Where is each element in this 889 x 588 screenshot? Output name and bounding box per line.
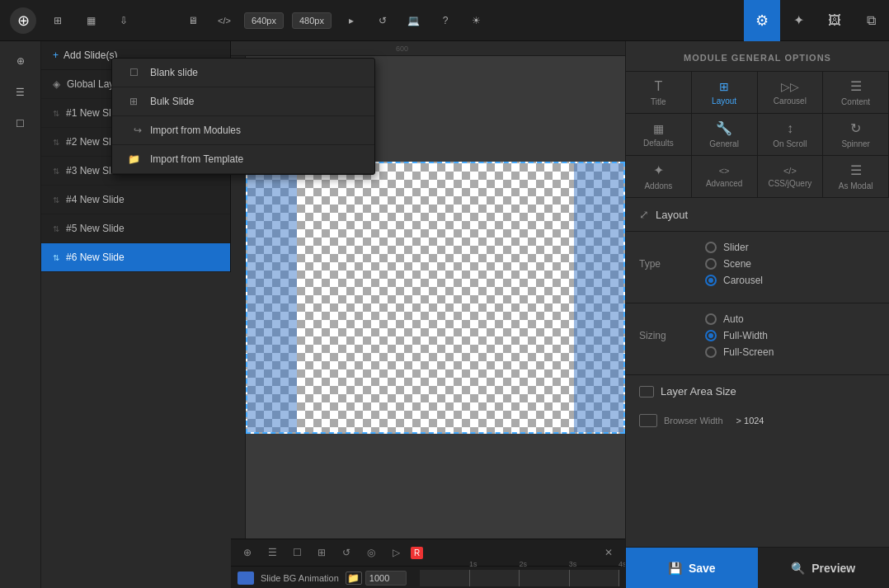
- slide-drag-icon-active: ⇅: [53, 253, 59, 262]
- spinner-icon: ↻: [850, 120, 861, 136]
- sizing-fullscreen-label: Full-Screen: [723, 346, 774, 358]
- tab-carousel-label: Carousel: [774, 96, 807, 106]
- import-template-option[interactable]: 📁 Import from Template: [112, 145, 374, 174]
- tab-addons[interactable]: ✦ Addons: [626, 156, 692, 197]
- desktop-icon[interactable]: 🖥: [181, 9, 205, 32]
- track-duration-input[interactable]: [365, 571, 407, 586]
- media-tab[interactable]: 🖼: [816, 0, 853, 41]
- sizing-auto-label: Auto: [723, 313, 744, 325]
- tab-on-scroll-label: On Scroll: [773, 139, 807, 148]
- layout-section-header[interactable]: ⤢ Layout: [626, 198, 889, 232]
- timeline-folder-icon[interactable]: ☐: [287, 543, 307, 562]
- timeline-refresh-icon[interactable]: ↺: [336, 543, 356, 562]
- bulk-slide-option[interactable]: ⊞ Bulk Slide: [112, 87, 374, 116]
- tab-carousel[interactable]: ▷▷ Carousel: [758, 72, 824, 113]
- bulk-slide-label: Bulk Slide: [150, 96, 194, 107]
- sizing-fullwidth-dot: [708, 333, 713, 338]
- slide-label-5: #5 New Slide: [66, 223, 125, 234]
- slide-item-6[interactable]: ⇅ #6 New Slide: [41, 243, 230, 272]
- timeline: ⊕ ☰ ☐ ⊞ ↺ ◎ ▷ R ✕ Slide BG Animation 📁: [231, 539, 625, 588]
- tab-on-scroll[interactable]: ↕ On Scroll: [758, 114, 824, 155]
- layout-expand-icon: ⤢: [639, 208, 649, 221]
- preview-button[interactable]: 🔍 Preview: [758, 548, 890, 588]
- width-pill[interactable]: 640px: [244, 12, 284, 29]
- type-slider-option[interactable]: Slider: [705, 242, 763, 253]
- arrow-icon[interactable]: ▸: [340, 9, 363, 32]
- list-icon[interactable]: ☰: [7, 79, 34, 106]
- preview-label: Preview: [811, 562, 855, 575]
- type-carousel-dot: [708, 278, 713, 283]
- module-options-title: MODULE GENERAL OPTIONS: [684, 53, 831, 63]
- sizing-auto-option[interactable]: Auto: [705, 313, 774, 325]
- slide-list-container: + Add Slide(s) ◈ Global Layers ⇅ #1 New …: [41, 41, 231, 588]
- timeline-list-icon[interactable]: ☰: [262, 543, 282, 562]
- slides-icon[interactable]: ▦: [79, 9, 102, 32]
- browser-width-row: Browser Width > 1024: [639, 414, 876, 427]
- layer-area-icon: [639, 386, 654, 397]
- tab-advanced-label: Advanced: [706, 179, 742, 188]
- canvas-blue-right: [574, 163, 623, 432]
- advanced-icon: <>: [719, 166, 730, 176]
- theme-icon[interactable]: ☀: [465, 9, 488, 32]
- tab-layout[interactable]: ⊞ Layout: [692, 72, 758, 113]
- type-carousel-radio: [705, 275, 717, 286]
- slide-item-5[interactable]: ⇅ #5 New Slide: [41, 214, 230, 243]
- undo-icon[interactable]: ↺: [371, 9, 394, 32]
- toolbar-center: 🖥 </> 640px 480px ▸ ↺ 💻 ? ☀: [173, 9, 744, 32]
- layers-icon[interactable]: ⊕: [7, 48, 34, 74]
- tab-asmodal[interactable]: ☰ As Modal: [823, 156, 889, 197]
- tab-defaults[interactable]: ▦ Defaults: [626, 114, 692, 155]
- layers-tab[interactable]: ⧉: [853, 0, 889, 41]
- sizing-fullscreen-radio: [705, 346, 717, 358]
- folder-icon[interactable]: ☐: [7, 111, 34, 137]
- import-template-icon: 📁: [125, 153, 142, 165]
- timeline-grid-icon[interactable]: ⊞: [312, 543, 332, 562]
- users-tab[interactable]: ✦: [780, 0, 816, 41]
- timeline-close-button[interactable]: ✕: [599, 543, 619, 562]
- timeline-circle-icon[interactable]: ◎: [361, 543, 381, 562]
- device-icon[interactable]: 💻: [402, 9, 426, 32]
- slide-item-4[interactable]: ⇅ #4 New Slide: [41, 186, 230, 214]
- tab-advanced[interactable]: <> Advanced: [692, 156, 758, 197]
- type-scene-option[interactable]: Scene: [705, 258, 763, 270]
- tab-cssjquery[interactable]: </> CSS/jQuery: [758, 156, 824, 197]
- module-tabs-row1: T Title ⊞ Layout ▷▷ Carousel ☰ Content: [626, 72, 889, 114]
- type-scene-label: Scene: [723, 258, 751, 270]
- tab-spinner-label: Spinner: [841, 139, 869, 148]
- type-carousel-option[interactable]: Carousel: [705, 275, 763, 286]
- browser-width-label: Browser Width: [664, 416, 723, 426]
- title-icon: T: [654, 79, 662, 94]
- slide-label-4: #4 New Slide: [66, 194, 125, 205]
- tab-content[interactable]: ☰ Content: [823, 72, 889, 113]
- timeline-play-icon[interactable]: ▷: [386, 543, 406, 562]
- add-slide-dropdown: ☐ Blank slide ⊞ Bulk Slide ↩ Import from…: [111, 58, 375, 175]
- sizing-fullscreen-option[interactable]: Full-Screen: [705, 346, 774, 358]
- tab-general[interactable]: 🔧 General: [692, 114, 758, 155]
- layer-area-section-header[interactable]: Layer Area Size: [626, 375, 889, 407]
- help-icon[interactable]: ?: [434, 9, 457, 32]
- sizing-label: Sizing: [639, 330, 705, 341]
- import-icon[interactable]: ⇩: [112, 9, 135, 32]
- tab-spinner[interactable]: ↻ Spinner: [823, 114, 889, 155]
- blank-slide-option[interactable]: ☐ Blank slide: [112, 59, 374, 87]
- layout-section-title: Layout: [656, 209, 688, 221]
- blank-slide-icon: ☐: [125, 67, 142, 78]
- save-button[interactable]: 💾 Save: [626, 548, 758, 588]
- wp-icon[interactable]: ⊕: [10, 7, 36, 34]
- add-slide-label: Add Slide(s): [64, 49, 117, 61]
- grid-icon[interactable]: ⊞: [46, 9, 69, 32]
- type-radio-group: Slider Scene Carousel: [705, 242, 763, 286]
- sizing-fullwidth-option[interactable]: Full-Width: [705, 330, 774, 341]
- tab-title[interactable]: T Title: [626, 72, 692, 113]
- height-pill[interactable]: 480px: [292, 12, 332, 29]
- track-folder-icon[interactable]: 📁: [346, 572, 362, 585]
- tab-cssjquery-label: CSS/jQuery: [768, 179, 811, 188]
- timeline-layers-icon[interactable]: ⊕: [238, 543, 257, 562]
- settings-tab[interactable]: ⚙: [744, 0, 780, 41]
- import-modules-icon: ↩: [125, 125, 142, 136]
- timeline-record-btn[interactable]: R: [411, 547, 423, 559]
- preview-icon: 🔍: [791, 562, 805, 575]
- slide-drag-icon: ⇅: [53, 224, 59, 233]
- code-icon[interactable]: </>: [213, 9, 236, 32]
- import-modules-option[interactable]: ↩ Import from Modules: [112, 116, 374, 145]
